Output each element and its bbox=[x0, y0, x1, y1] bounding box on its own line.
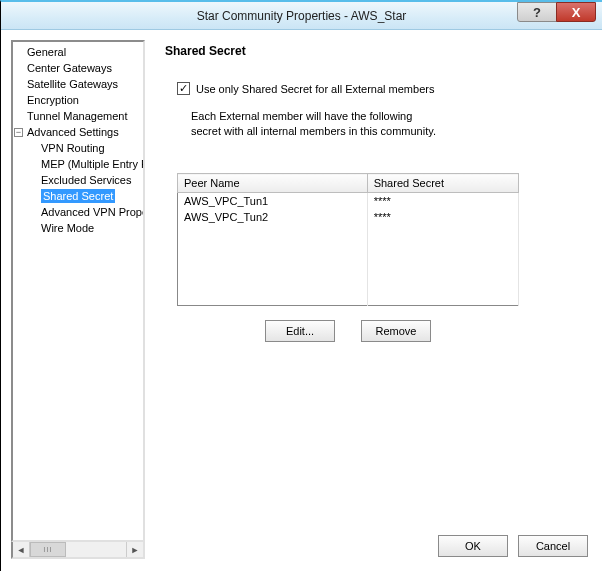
checkbox-label: Use only Shared Secret for all External … bbox=[196, 83, 434, 95]
tree-item-shared-secret[interactable]: Shared Secret bbox=[13, 188, 143, 204]
table-row[interactable]: AWS_VPC_Tun1 **** bbox=[178, 193, 519, 210]
table-row-empty bbox=[178, 225, 519, 241]
remove-button[interactable]: Remove bbox=[361, 320, 431, 342]
dialog-window: Star Community Properties - AWS_Star ? X… bbox=[0, 0, 602, 571]
tree-horizontal-scrollbar[interactable]: ◄ III ► bbox=[11, 542, 145, 559]
content-panel: Shared Secret ✓ Use only Shared Secret f… bbox=[145, 40, 592, 559]
peers-table[interactable]: Peer Name Shared Secret AWS_VPC_Tun1 ***… bbox=[177, 173, 519, 306]
table-row-empty bbox=[178, 273, 519, 289]
tree-item-vpn-routing[interactable]: VPN Routing bbox=[13, 140, 143, 156]
table-row-empty bbox=[178, 289, 519, 305]
description-text: Each External member will have the follo… bbox=[191, 109, 586, 139]
table-row-empty bbox=[178, 241, 519, 257]
title-bar: Star Community Properties - AWS_Star ? X bbox=[1, 2, 602, 30]
table-buttons: Edit... Remove bbox=[177, 320, 519, 342]
client-area: General Center Gateways Satellite Gatewa… bbox=[1, 32, 602, 571]
scroll-left-icon[interactable]: ◄ bbox=[13, 542, 30, 557]
tree-item-mep[interactable]: MEP (Multiple Entry Point) bbox=[13, 156, 143, 172]
tree-item-label: Tunnel Management bbox=[27, 109, 128, 123]
tree-item-label: Shared Secret bbox=[41, 189, 115, 203]
tree-item-advanced-settings[interactable]: − Advanced Settings bbox=[13, 124, 143, 140]
cancel-button[interactable]: Cancel bbox=[518, 535, 588, 557]
tree-item-label: Wire Mode bbox=[41, 221, 94, 235]
window-title: Star Community Properties - AWS_Star bbox=[1, 9, 602, 23]
help-button[interactable]: ? bbox=[517, 2, 557, 22]
desc-line: secret with all internal members in this… bbox=[191, 125, 436, 137]
tree-item-label: Advanced Settings bbox=[27, 125, 119, 139]
tree-item-wire-mode[interactable]: Wire Mode bbox=[13, 220, 143, 236]
tree-item-label: Advanced VPN Properties bbox=[41, 205, 145, 219]
use-shared-secret-checkbox-row[interactable]: ✓ Use only Shared Secret for all Externa… bbox=[177, 82, 586, 95]
scroll-thumb[interactable]: III bbox=[30, 542, 66, 557]
nav-tree-wrap: General Center Gateways Satellite Gatewa… bbox=[11, 40, 145, 559]
tree-item-label: Excluded Services bbox=[41, 173, 132, 187]
tree-item-label: MEP (Multiple Entry Point) bbox=[41, 157, 145, 171]
tree-item-label: VPN Routing bbox=[41, 141, 105, 155]
window-controls: ? X bbox=[517, 2, 596, 29]
page-heading: Shared Secret bbox=[165, 44, 586, 58]
tree-item-label: Center Gateways bbox=[27, 61, 112, 75]
checkbox-checkmark-icon[interactable]: ✓ bbox=[177, 82, 190, 95]
cell-peer-name: AWS_VPC_Tun1 bbox=[178, 193, 368, 210]
collapse-icon[interactable]: − bbox=[14, 128, 23, 137]
tree-item-label: General bbox=[27, 45, 66, 59]
tree-item-tunnel-management[interactable]: Tunnel Management bbox=[13, 108, 143, 124]
cell-peer-name: AWS_VPC_Tun2 bbox=[178, 209, 368, 225]
scroll-right-icon[interactable]: ► bbox=[126, 542, 143, 557]
tree-item-encryption[interactable]: Encryption bbox=[13, 92, 143, 108]
tree-item-label: Encryption bbox=[27, 93, 79, 107]
edit-button[interactable]: Edit... bbox=[265, 320, 335, 342]
cell-shared-secret: **** bbox=[367, 193, 518, 210]
desc-line: Each External member will have the follo… bbox=[191, 110, 412, 122]
tree-item-label: Satellite Gateways bbox=[27, 77, 118, 91]
table-row-empty bbox=[178, 257, 519, 273]
ok-button[interactable]: OK bbox=[438, 535, 508, 557]
cell-shared-secret: **** bbox=[367, 209, 518, 225]
split-layout: General Center Gateways Satellite Gatewa… bbox=[11, 40, 592, 559]
column-header-shared-secret[interactable]: Shared Secret bbox=[367, 174, 518, 193]
dialog-buttons: OK Cancel bbox=[438, 535, 588, 557]
tree-item-advanced-vpn[interactable]: Advanced VPN Properties bbox=[13, 204, 143, 220]
tree-item-center-gateways[interactable]: Center Gateways bbox=[13, 60, 143, 76]
tree-item-satellite-gateways[interactable]: Satellite Gateways bbox=[13, 76, 143, 92]
column-header-peer-name[interactable]: Peer Name bbox=[178, 174, 368, 193]
tree-item-general[interactable]: General bbox=[13, 44, 143, 60]
table-row[interactable]: AWS_VPC_Tun2 **** bbox=[178, 209, 519, 225]
nav-tree[interactable]: General Center Gateways Satellite Gatewa… bbox=[11, 40, 145, 542]
tree-item-excluded-services[interactable]: Excluded Services bbox=[13, 172, 143, 188]
close-button[interactable]: X bbox=[556, 2, 596, 22]
